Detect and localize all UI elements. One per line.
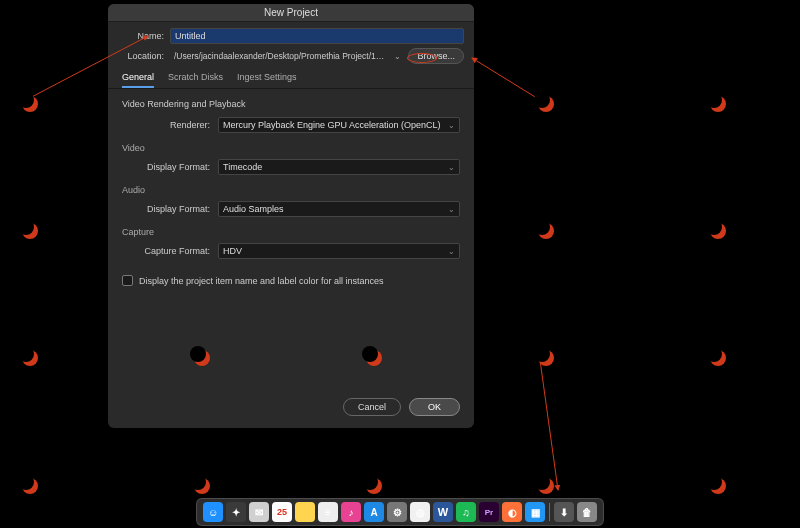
location-path: /Users/jacindaalexander/Desktop/Promethi… [170,51,386,61]
capture-format-value: HDV [223,246,242,256]
dock-downloads-icon[interactable]: ⬇ [554,502,574,522]
renderer-value: Mercury Playback Engine GPU Acceleration… [223,120,441,130]
wallpaper-crescent-icon [710,96,726,112]
renderer-label: Renderer: [122,120,218,130]
video-display-format-row: Display Format: Timecode ⌄ [122,157,460,177]
audio-display-format-label: Display Format: [122,204,218,214]
video-display-format-value: Timecode [223,162,262,172]
renderer-select[interactable]: Mercury Playback Engine GPU Acceleration… [218,117,460,133]
wallpaper-crescent-icon [22,223,38,239]
video-group-title: Video [122,143,460,153]
wallpaper-crescent-icon [538,223,554,239]
dock-premiere-icon[interactable]: Pr [479,502,499,522]
video-display-format-select[interactable]: Timecode ⌄ [218,159,460,175]
capture-format-label: Capture Format: [122,246,218,256]
dock-trash-icon[interactable]: 🗑 [577,502,597,522]
cancel-button[interactable]: Cancel [343,398,401,416]
chevron-down-icon: ⌄ [448,247,455,256]
dock-calendar-icon[interactable]: 25 [272,502,292,522]
location-label: Location: [118,51,164,61]
dock-finder-icon[interactable]: ☺ [203,502,223,522]
dialog-title: New Project [108,4,474,22]
wallpaper-crescent-icon [22,350,38,366]
wallpaper-crescent-icon [538,350,554,366]
wallpaper-crescent-icon [22,478,38,494]
chevron-down-icon: ⌄ [448,121,455,130]
capture-format-select[interactable]: HDV ⌄ [218,243,460,259]
wallpaper-crescent-icon [710,478,726,494]
audio-group-title: Audio [122,185,460,195]
dock-safari-icon[interactable]: ✦ [226,502,246,522]
display-item-name-label: Display the project item name and label … [139,276,384,286]
video-rendering-title: Video Rendering and Playback [122,99,460,109]
svg-line-1 [472,58,540,100]
ok-button[interactable]: OK [409,398,460,416]
audio-display-format-value: Audio Samples [223,204,284,214]
browse-button[interactable]: Browse... [408,48,464,64]
audio-display-format-row: Display Format: Audio Samples ⌄ [122,199,460,219]
wallpaper-crescent-icon [194,478,210,494]
display-item-name-row: Display the project item name and label … [122,275,460,286]
tab-ingest-settings[interactable]: Ingest Settings [237,72,297,88]
wallpaper-crescent-icon [366,478,382,494]
dialog-body: Video Rendering and Playback Renderer: M… [108,89,474,388]
wallpaper-crescent-icon [22,96,38,112]
new-project-dialog: New Project Name: Location: /Users/jacin… [108,4,474,428]
dock-notes-icon[interactable] [295,502,315,522]
audio-display-format-select[interactable]: Audio Samples ⌄ [218,201,460,217]
name-input[interactable] [170,28,464,44]
wallpaper-crescent-icon [710,350,726,366]
chevron-down-icon[interactable]: ⌄ [392,52,402,61]
display-item-name-checkbox[interactable] [122,275,133,286]
tab-scratch-disks[interactable]: Scratch Disks [168,72,223,88]
dock-preview-icon[interactable]: ▦ [525,502,545,522]
capture-group-title: Capture [122,227,460,237]
dock-separator [549,503,550,521]
tab-general[interactable]: General [122,72,154,88]
dock-app-store-icon[interactable]: A [364,502,384,522]
dialog-footer: Cancel OK [108,388,474,428]
chevron-down-icon: ⌄ [448,205,455,214]
tabs: General Scratch Disks Ingest Settings [108,68,474,89]
dock-reminders-icon[interactable]: ≡ [318,502,338,522]
chevron-down-icon: ⌄ [448,163,455,172]
name-label: Name: [118,31,164,41]
dock-word-icon[interactable]: W [433,502,453,522]
wallpaper-crescent-icon [538,96,554,112]
svg-line-2 [540,360,558,490]
renderer-row: Renderer: Mercury Playback Engine GPU Ac… [122,115,460,135]
dock-chrome-icon[interactable]: ◎ [410,502,430,522]
name-row: Name: [108,22,474,48]
capture-format-row: Capture Format: HDV ⌄ [122,241,460,261]
dock: ☺✦✉25≡♪A⚙◎W♫Pr◐▦⬇🗑 [196,498,604,526]
location-row: Location: /Users/jacindaalexander/Deskto… [108,48,474,68]
dock-mail-icon[interactable]: ✉ [249,502,269,522]
wallpaper-crescent-icon [710,223,726,239]
wallpaper-crescent-icon [538,478,554,494]
dock-sys-prefs-icon[interactable]: ⚙ [387,502,407,522]
video-display-format-label: Display Format: [122,162,218,172]
dock-itunes-icon[interactable]: ♪ [341,502,361,522]
dock-spotify-icon[interactable]: ♫ [456,502,476,522]
dock-firefox-icon[interactable]: ◐ [502,502,522,522]
